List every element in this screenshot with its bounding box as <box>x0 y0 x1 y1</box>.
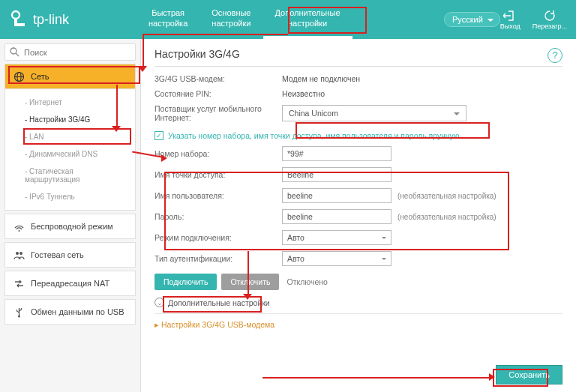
users-icon <box>13 249 25 261</box>
checkbox-icon: ✓ <box>154 131 164 140</box>
auth-label: Тип аутентификации: <box>154 254 282 263</box>
svg-point-9 <box>16 252 19 255</box>
chevron-down-icon: ⌄ <box>154 298 164 307</box>
svg-point-3 <box>10 48 16 54</box>
nat-icon <box>13 277 25 289</box>
logout-button[interactable]: Выход <box>500 10 520 30</box>
search-icon <box>10 47 20 57</box>
sidebar-item-nat[interactable]: Переадресация NAT <box>4 271 136 296</box>
search-box[interactable] <box>4 43 136 61</box>
manual-checkbox-row[interactable]: ✓ Указать номер набора, имя точки доступ… <box>154 131 562 140</box>
svg-rect-2 <box>17 23 25 26</box>
tab-basic[interactable]: Основные настройки <box>200 0 262 39</box>
modem-label: 3G/4G USB-модем: <box>154 74 282 83</box>
tab-advanced[interactable]: Дополнительные настройки <box>263 0 352 39</box>
sidebar-item-usb[interactable]: Обмен данными по USB <box>4 299 136 325</box>
usb-modem-link[interactable]: ▸ Настройки 3G/4G USB-модема <box>154 320 274 329</box>
sidebar-sub-static-route[interactable]: - Статическая маршрутизация <box>5 163 135 188</box>
dial-input[interactable] <box>282 146 392 161</box>
sidebar-sub-lan[interactable]: - LAN <box>5 128 135 145</box>
apn-input[interactable] <box>282 167 392 182</box>
wifi-icon <box>13 220 25 232</box>
brand-text: tp-link <box>33 12 69 28</box>
svg-point-8 <box>18 230 20 232</box>
help-button[interactable]: ? <box>548 48 562 63</box>
pass-label: Пароль: <box>154 212 282 221</box>
advanced-toggle[interactable]: ⌄ Дополнительные настройки <box>154 298 562 307</box>
logout-icon <box>503 10 517 22</box>
search-input[interactable] <box>24 48 130 57</box>
sidebar-sub-3g4g[interactable]: - Настройки 3G/4G <box>5 111 135 128</box>
auth-select[interactable]: Авто <box>282 251 392 266</box>
user-hint: (необязательная настройка) <box>398 192 496 200</box>
pass-input[interactable] <box>282 209 392 224</box>
pin-label: Состояние PIN: <box>154 89 282 98</box>
reload-button[interactable]: Перезагр... <box>532 10 567 30</box>
isp-select[interactable]: China Unicom <box>282 105 466 121</box>
pin-value: Неизвестно <box>282 89 325 98</box>
connect-button[interactable]: Подключить <box>154 274 217 290</box>
tplink-logo-icon <box>9 10 28 29</box>
svg-point-10 <box>20 252 22 255</box>
sidebar-sub-ddns[interactable]: - Динамический DNS <box>5 145 135 163</box>
reload-icon <box>544 10 556 22</box>
svg-rect-1 <box>14 18 17 26</box>
tab-quick-setup[interactable]: Быстрая настройка <box>136 0 200 39</box>
dial-label: Номер набора: <box>154 149 282 158</box>
modem-value: Модем не подключен <box>282 74 360 83</box>
disconnect-button[interactable]: Отключить <box>221 274 279 290</box>
user-input[interactable] <box>282 188 392 203</box>
isp-label: Поставщик услуг мобильного Интернет: <box>154 104 282 122</box>
sidebar-item-wireless[interactable]: Беспроводной режим <box>4 214 136 239</box>
sidebar-sub-internet[interactable]: - Интернет <box>5 94 135 111</box>
svg-line-4 <box>16 53 19 56</box>
sidebar-sub-ipv6[interactable]: - IPv6 Туннель <box>5 188 135 205</box>
save-button[interactable]: Сохранить <box>496 365 562 385</box>
page-title: Настройки 3G/4G <box>154 48 562 67</box>
usb-icon <box>13 306 25 318</box>
sidebar-item-guest[interactable]: Гостевая сеть <box>4 242 136 268</box>
connmode-label: Режим подключения: <box>154 233 282 242</box>
globe-icon <box>13 70 25 82</box>
brand-logo: tp-link <box>9 10 136 29</box>
svg-point-0 <box>12 11 20 19</box>
user-label: Имя пользователя: <box>154 191 282 200</box>
language-select[interactable]: Русский <box>444 12 500 27</box>
sidebar-item-network[interactable]: Сеть <box>4 64 136 89</box>
conn-status: Отключено <box>286 277 327 286</box>
apn-label: Имя точки доступа: <box>154 170 282 179</box>
pass-hint: (необязательная настройка) <box>398 213 496 221</box>
connmode-select[interactable]: Авто <box>282 230 392 245</box>
